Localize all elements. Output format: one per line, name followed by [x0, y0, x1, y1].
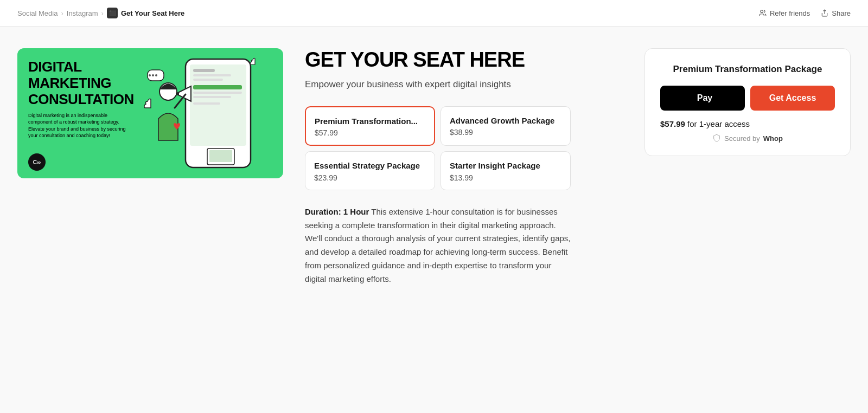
page-title: GET YOUR SEAT HERE [305, 48, 623, 72]
svg-point-16 [155, 74, 157, 76]
svg-rect-5 [193, 74, 231, 76]
checkout-package-name: Premium Transformation Package [660, 64, 835, 75]
duration-label: Duration: 1 Hour [305, 207, 369, 216]
top-nav: Social Media › Instagram › ⬛ Get Your Se… [0, 0, 868, 27]
hero-illustration [131, 48, 283, 178]
breadcrumb-sep-1: › [61, 9, 63, 17]
nav-actions: Refer friends Share [759, 9, 851, 17]
hero-title: DIGITALMARKETINGCONSULTATION [28, 59, 134, 108]
package-price-essential: $23.99 [314, 173, 426, 182]
page-subtitle: Empower your business with expert digita… [305, 78, 623, 91]
packages-grid: Premium Transformation... $57.99 Advance… [305, 106, 571, 190]
package-card-premium[interactable]: Premium Transformation... $57.99 [305, 106, 435, 146]
package-card-starter[interactable]: Starter Insight Package $13.99 [441, 151, 571, 190]
package-name-advanced: Advanced Growth Package [450, 115, 561, 126]
description-body: This extensive 1-hour consultation is fo… [305, 207, 571, 283]
package-name-starter: Starter Insight Package [450, 160, 561, 171]
svg-rect-18 [209, 150, 232, 162]
access-period-text: for 1-year access [687, 119, 750, 128]
breadcrumb-sep-2: › [101, 9, 104, 17]
package-price-premium: $57.99 [315, 128, 425, 137]
main-layout: DIGITALMARKETINGCONSULTATION Digital mar… [0, 27, 868, 307]
svg-rect-6 [193, 79, 223, 81]
apple-pay-label: Pay [697, 93, 712, 103]
hero-svg [131, 48, 283, 178]
center-content: GET YOUR SEAT HERE Empower your business… [305, 48, 623, 286]
breadcrumb: Social Media › Instagram › ⬛ Get Your Se… [17, 8, 184, 18]
package-name-essential: Essential Strategy Package [314, 160, 426, 171]
svg-point-14 [149, 74, 151, 76]
svg-rect-7 [193, 85, 242, 89]
get-access-button[interactable]: Get Access [750, 86, 835, 111]
svg-rect-4 [193, 69, 215, 72]
checkout-price: $57.99 [660, 119, 685, 128]
whop-brand: Whop [763, 134, 783, 143]
package-price-advanced: $38.99 [450, 128, 561, 137]
share-icon [821, 9, 828, 17]
secured-label: Secured by [724, 134, 760, 143]
share-button[interactable]: Share [821, 9, 851, 17]
svg-rect-12 [176, 93, 179, 95]
checkout-buttons: Pay Get Access [660, 86, 835, 111]
breadcrumb-current: ⬛ Get Your Seat Here [107, 8, 184, 18]
checkout-card: Premium Transformation Package Pay Get A… [644, 48, 851, 156]
breadcrumb-social-media[interactable]: Social Media [17, 9, 58, 17]
breadcrumb-instagram[interactable]: Instagram [67, 9, 98, 17]
package-card-advanced[interactable]: Advanced Growth Package $38.99 [441, 106, 571, 146]
refer-icon [759, 9, 767, 17]
package-card-essential[interactable]: Essential Strategy Package $23.99 [305, 151, 435, 190]
package-price-starter: $13.99 [450, 173, 561, 182]
price-info: $57.99 for 1-year access [660, 119, 835, 128]
refer-friends-button[interactable]: Refer friends [759, 9, 810, 17]
description-text: Duration: 1 Hour This extensive 1-hour c… [305, 205, 571, 286]
svg-rect-3 [190, 64, 246, 146]
hero-image: DIGITALMARKETINGCONSULTATION Digital mar… [17, 48, 283, 178]
secured-by: Secured by Whop [660, 134, 835, 143]
page-icon: ⬛ [107, 8, 118, 18]
svg-rect-10 [193, 102, 220, 105]
apple-pay-button[interactable]: Pay [660, 86, 745, 111]
package-name-premium: Premium Transformation... [315, 116, 425, 127]
shield-icon [712, 134, 721, 143]
hero-logo: C∞ [28, 153, 46, 171]
svg-point-15 [152, 74, 154, 76]
svg-rect-9 [193, 96, 231, 98]
hero-text-block: DIGITALMARKETINGCONSULTATION Digital mar… [28, 59, 134, 139]
svg-point-0 [761, 10, 763, 13]
svg-rect-8 [193, 92, 242, 94]
get-access-label: Get Access [769, 93, 816, 103]
hero-subtitle: Digital marketing is an indispensable co… [28, 112, 126, 139]
